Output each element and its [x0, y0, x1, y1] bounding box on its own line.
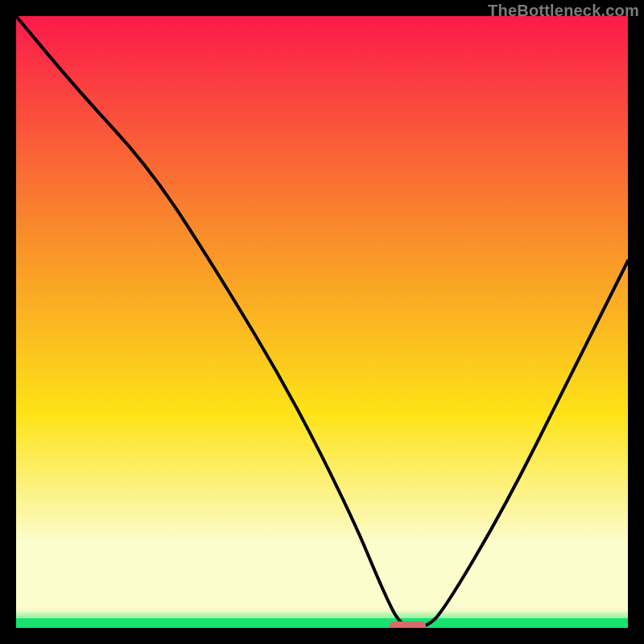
baseline-strip — [16, 618, 628, 628]
plot-area — [16, 16, 628, 628]
gradient-background — [16, 16, 628, 628]
optimum-marker — [390, 621, 427, 628]
outer-frame: TheBottleneck.com — [0, 0, 644, 644]
chart-svg — [16, 16, 628, 628]
